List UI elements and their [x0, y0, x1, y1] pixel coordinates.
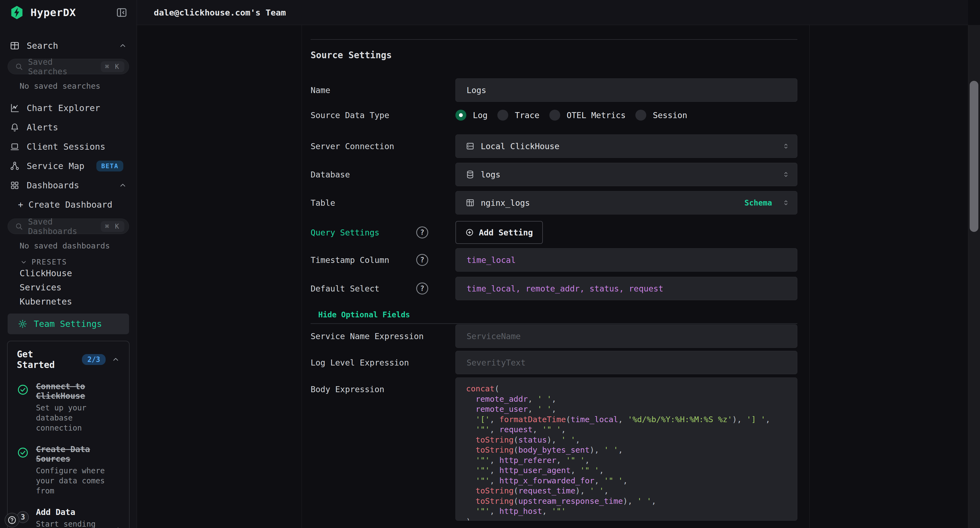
- server-connection-value: Local ClickHouse: [481, 142, 776, 151]
- hyperdx-logo-icon: [9, 5, 24, 20]
- step-add-data[interactable]: 3 Add Data Start sending logs, metrics, …: [17, 507, 120, 528]
- form-row-name: Name Logs: [310, 78, 797, 102]
- nav-item-label: Alerts: [27, 122, 58, 132]
- service-name-label: Service Name Expression: [310, 331, 423, 341]
- sidebar-item-chart-explorer[interactable]: Chart Explorer: [0, 98, 137, 118]
- nav-item-label: Chart Explorer: [27, 103, 100, 113]
- dashboards-icon: [10, 180, 20, 190]
- database-label: Database: [310, 170, 350, 179]
- nav-item-label: Dashboards: [27, 180, 111, 191]
- scrollbar-thumb[interactable]: [970, 81, 978, 232]
- help-circle-icon[interactable]: ?: [416, 226, 428, 239]
- saved-dashboards-placeholder: Saved Dashboards: [28, 217, 96, 236]
- name-input[interactable]: Logs: [455, 78, 797, 102]
- sidebar-item-alerts[interactable]: Alerts: [0, 118, 137, 137]
- step-desc: Set up your database connection: [36, 403, 120, 433]
- source-data-type-label: Source Data Type: [310, 110, 389, 120]
- sidebar-item-service-map[interactable]: Service Map BETA: [0, 156, 137, 175]
- presets-toggle[interactable]: PRESETS: [20, 258, 137, 266]
- log-level-label: Log Level Expression: [310, 358, 409, 367]
- brand-title: HyperDX: [30, 6, 110, 19]
- name-label: Name: [310, 86, 330, 95]
- create-dashboard-button[interactable]: + Create Dashboard: [8, 195, 137, 214]
- form-row-timestamp-column: Timestamp Column ? time_local: [310, 248, 797, 272]
- page-title: Source Settings: [310, 49, 797, 61]
- radio-icon: [497, 110, 508, 121]
- progress-badge: 2/3: [82, 354, 106, 365]
- form-row-source-data-type: Source Data Type Log Trace OTEL Metrics …: [310, 108, 797, 122]
- preset-kubernetes[interactable]: Kubernetes: [20, 294, 137, 309]
- shortcut-badge: ⌘ K: [101, 221, 124, 232]
- step-create-data-sources[interactable]: Create Data Sources Configure where your…: [17, 444, 120, 496]
- sidebar-collapse-icon[interactable]: [116, 7, 127, 18]
- table-select[interactable]: nginx_logs Schema: [455, 191, 797, 215]
- default-select-input[interactable]: time_local, remote_addr, status, request: [455, 277, 797, 300]
- log-level-input[interactable]: SeverityText: [455, 351, 797, 374]
- step-connect-clickhouse[interactable]: Connect to ClickHouse Set up your databa…: [17, 382, 120, 433]
- radio-icon: [635, 110, 646, 121]
- search-section-label: Search: [27, 41, 58, 51]
- chevron-updown-icon: [782, 170, 790, 178]
- radio-session[interactable]: Session: [635, 110, 687, 121]
- topbar: dale@clickhouse.com's Team: [137, 0, 968, 25]
- arrow-right-icon: →: [114, 523, 120, 528]
- form-row-log-level: Log Level Expression SeverityText: [310, 351, 797, 374]
- preset-services[interactable]: Services: [20, 280, 137, 294]
- laptop-icon: [10, 142, 20, 152]
- no-saved-dashboards-text: No saved dashboards: [20, 241, 137, 250]
- server-connection-select[interactable]: Local ClickHouse: [455, 134, 797, 158]
- radio-otel-metrics[interactable]: OTEL Metrics: [549, 110, 626, 121]
- chevron-up-icon[interactable]: [111, 355, 120, 364]
- query-settings-label: Query Settings: [310, 228, 379, 237]
- check-circle-icon: [17, 444, 29, 496]
- create-dashboard-label: + Create Dashboard: [18, 199, 113, 210]
- radio-trace[interactable]: Trace: [497, 110, 539, 121]
- chevron-updown-icon: [782, 142, 790, 150]
- database-select[interactable]: logs: [455, 163, 797, 186]
- scrollbar-track[interactable]: [968, 25, 980, 528]
- saved-searches-input[interactable]: Saved Searches ⌘ K: [8, 59, 129, 74]
- form-row-server-connection: Server Connection Local ClickHouse: [310, 134, 797, 158]
- preset-clickhouse[interactable]: ClickHouse: [20, 266, 137, 280]
- beta-badge: BETA: [96, 161, 123, 172]
- add-setting-button[interactable]: Add Setting: [455, 221, 543, 244]
- form-row-body-expression: Body Expression concat( remote_addr, ' '…: [310, 377, 797, 521]
- help-button[interactable]: [5, 513, 19, 528]
- body-expression-editor[interactable]: concat( remote_addr, ' ', remote_user, '…: [455, 377, 797, 521]
- sidebar-item-team-settings[interactable]: Team Settings: [8, 313, 129, 334]
- table-icon: [466, 198, 475, 207]
- server-icon: [466, 142, 475, 151]
- form-row-database: Database logs: [310, 163, 797, 186]
- chevron-up-icon[interactable]: [119, 181, 127, 189]
- divider: [310, 323, 797, 324]
- sidebar-item-dashboards[interactable]: Dashboards: [0, 175, 137, 195]
- hide-optional-fields-link[interactable]: Hide Optional Fields: [318, 310, 797, 319]
- nav-item-label: Client Sessions: [27, 142, 105, 152]
- search-icon: [15, 223, 23, 231]
- table-label: Table: [310, 198, 335, 208]
- timestamp-column-input[interactable]: time_local: [455, 248, 797, 272]
- radio-log[interactable]: Log: [455, 110, 488, 121]
- schema-link[interactable]: Schema: [745, 199, 772, 207]
- help-circle-icon[interactable]: ?: [416, 283, 428, 294]
- body-expression-label: Body Expression: [310, 385, 384, 394]
- sidebar-item-client-sessions[interactable]: Client Sessions: [0, 137, 137, 156]
- service-name-input[interactable]: ServiceName: [455, 324, 797, 348]
- sidebar-nav: Chart Explorer Alerts Client Sessions Se…: [0, 98, 137, 214]
- get-started-card: Get Started 2/3 Connect to ClickHouse Se…: [7, 341, 130, 528]
- sidebar-section-search[interactable]: Search: [0, 37, 137, 54]
- saved-searches-placeholder: Saved Searches: [28, 57, 96, 76]
- divider: [310, 39, 797, 40]
- saved-dashboards-input[interactable]: Saved Dashboards ⌘ K: [8, 219, 129, 234]
- get-started-title: Get Started: [17, 349, 76, 370]
- step-title: Add Data: [36, 507, 107, 517]
- chevron-up-icon[interactable]: [119, 41, 127, 50]
- help-circle-icon[interactable]: ?: [416, 254, 428, 266]
- chart-explorer-icon: [10, 103, 20, 113]
- add-setting-label: Add Setting: [479, 228, 533, 237]
- step-title: Create Data Sources: [36, 444, 120, 463]
- plus-circle-icon: [465, 228, 474, 237]
- timestamp-column-label: Timestamp Column: [310, 255, 389, 265]
- service-map-icon: [10, 161, 20, 171]
- default-select-label: Default Select: [310, 284, 379, 293]
